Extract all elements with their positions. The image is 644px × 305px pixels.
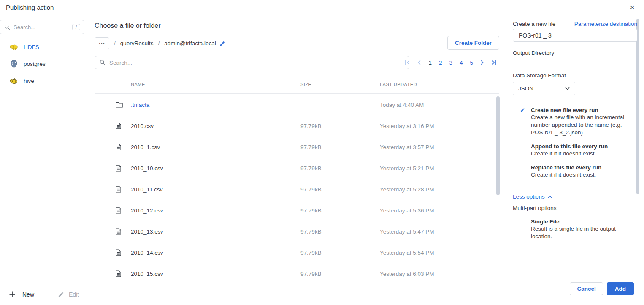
table-row[interactable]: 2010_12.csv97.79kBYesterday at 5:36 PM — [95, 200, 499, 221]
connection-list: HDFSpostgreshive — [0, 38, 92, 89]
breadcrumb-separator: / — [158, 40, 160, 46]
sidebar-search-input[interactable] — [14, 24, 69, 30]
connection-label: postgres — [24, 61, 46, 67]
filename-input[interactable] — [513, 29, 637, 42]
table-row[interactable]: 2010_11.csv97.79kBYesterday at 5:28 PM — [95, 179, 499, 200]
table-header: NAME SIZE LAST UPDATED — [95, 79, 499, 94]
file-search-input[interactable] — [109, 60, 404, 66]
table-row[interactable]: 2010_1.csv97.79kBYesterday at 3:57 PM — [95, 136, 499, 158]
file-name[interactable]: 2010.csv — [131, 123, 154, 129]
search-icon — [4, 24, 10, 30]
file-search[interactable] — [95, 56, 409, 69]
page-2[interactable]: 2 — [436, 59, 445, 67]
page-3[interactable]: 3 — [446, 59, 455, 67]
file-size: 97.79kB — [300, 271, 322, 277]
column-header-last-updated[interactable]: LAST UPDATED — [380, 82, 417, 87]
new-label: New — [22, 291, 34, 298]
table-row[interactable]: 2010_13.csv97.79kBYesterday at 5:47 PM — [95, 221, 499, 242]
last-page-icon[interactable] — [489, 59, 499, 66]
file-size: 97.79kB — [300, 250, 322, 256]
file-icon — [116, 207, 121, 214]
option-description: Create a new file with an incremental nu… — [531, 114, 637, 136]
option-replace-this-file-every-run[interactable]: Replace this file every runCreate it if … — [513, 164, 637, 179]
folder-icon — [116, 102, 123, 108]
file-last-updated: Yesterday at 6:03 PM — [380, 271, 434, 277]
breadcrumb: ••• / queryResults / admin@trifacta.loca… — [95, 37, 499, 49]
file-icon — [116, 270, 121, 277]
add-button[interactable]: Add — [607, 282, 634, 295]
chevron-up-icon — [548, 196, 552, 198]
column-header-size[interactable]: SIZE — [300, 82, 311, 87]
file-last-updated: Yesterday at 5:54 PM — [380, 250, 434, 256]
less-options-toggle[interactable]: Less options — [513, 193, 552, 200]
option-description: Create it if it doesn't exist. — [531, 150, 637, 158]
file-last-updated: Yesterday at 5:28 PM — [380, 186, 434, 193]
create-folder-button[interactable]: Create Folder — [447, 36, 499, 50]
sidebar-footer: New Edit — [9, 291, 79, 298]
file-last-updated: Today at 4:40 AM — [380, 102, 424, 108]
file-last-updated: Yesterday at 5:47 PM — [380, 229, 434, 235]
page-1: 1 — [426, 59, 434, 67]
table-scrollbar[interactable] — [496, 96, 500, 195]
sidebar-item-postgres[interactable]: postgres — [0, 55, 92, 72]
file-table: .trifactaToday at 4:40 AM2010.csv97.79kB… — [95, 94, 499, 279]
file-name[interactable]: .trifacta — [131, 102, 149, 108]
hadoop-elephant-icon — [10, 43, 18, 51]
pencil-icon — [58, 291, 64, 298]
breadcrumb-ellipsis-button[interactable]: ••• — [95, 37, 109, 49]
table-row[interactable]: 2010.csv97.79kBYesterday at 3:16 PM — [95, 115, 499, 136]
breadcrumb-segment[interactable]: admin@trifacta.local — [164, 40, 216, 46]
file-name[interactable]: 2010_11.csv — [131, 186, 163, 193]
sidebar-item-hive[interactable]: hive — [0, 72, 92, 89]
page-5[interactable]: 5 — [467, 59, 476, 67]
file-name[interactable]: 2010_14.csv — [131, 250, 163, 256]
file-name[interactable]: 2010_10.csv — [131, 165, 163, 172]
chevron-down-icon — [565, 87, 570, 90]
single-file-option[interactable]: Single File Result is a single file in t… — [531, 218, 628, 240]
cancel-button[interactable]: Cancel — [570, 282, 603, 295]
pagination: 12345 — [402, 56, 499, 69]
storage-format-select[interactable]: JSON — [513, 82, 575, 95]
file-last-updated: Yesterday at 3:16 PM — [380, 123, 434, 129]
file-icon — [116, 249, 121, 256]
page-4[interactable]: 4 — [457, 59, 465, 67]
file-last-updated: Yesterday at 5:36 PM — [380, 207, 434, 214]
column-header-name[interactable]: NAME — [131, 82, 145, 87]
new-connection-button[interactable]: New — [9, 291, 34, 298]
table-row[interactable]: 2010_15.csv97.79kBYesterday at 6:03 PM — [95, 263, 499, 279]
edit-connection-button[interactable]: Edit — [58, 291, 79, 298]
file-name[interactable]: 2010_13.csv — [131, 229, 163, 235]
option-create-new-file-every-run[interactable]: ✓Create new file every runCreate a new f… — [513, 107, 637, 136]
file-name[interactable]: 2010_15.csv — [131, 271, 163, 277]
file-size: 97.79kB — [300, 229, 322, 235]
file-icon — [116, 186, 121, 193]
breadcrumb-segment[interactable]: queryResults — [120, 40, 154, 46]
table-row[interactable]: .trifactaToday at 4:40 AM — [95, 94, 499, 115]
table-row[interactable]: 2010_14.csv97.79kBYesterday at 5:54 PM — [95, 242, 499, 263]
option-append-to-this-file-every-run[interactable]: Append to this file every runCreate it i… — [513, 143, 637, 158]
check-icon: ✓ — [520, 106, 525, 114]
parameterize-destination-link[interactable]: Parameterize destination — [574, 21, 637, 27]
file-size: 97.79kB — [300, 144, 322, 150]
file-name[interactable]: 2010_1.csv — [131, 144, 160, 150]
next-page-icon[interactable] — [478, 59, 487, 66]
previous-page-icon — [415, 59, 424, 66]
data-storage-format-label: Data Storage Format — [513, 72, 566, 79]
storage-format-value: JSON — [518, 85, 533, 92]
file-name[interactable]: 2010_12.csv — [131, 207, 163, 214]
write-options: ✓Create new file every runCreate a new f… — [513, 107, 637, 185]
hive-bee-icon — [10, 76, 18, 85]
option-description: Create it if it doesn't exist. — [531, 171, 637, 179]
sidebar-search[interactable]: / — [0, 20, 84, 34]
sidebar-item-hdfs[interactable]: HDFS — [0, 38, 92, 55]
file-size: 97.79kB — [300, 207, 322, 214]
main-heading: Choose a file or folder — [95, 22, 161, 30]
search-row: 12345 — [95, 56, 499, 69]
file-browser: Choose a file or folder ••• / queryResul… — [95, 0, 499, 305]
connection-label: HDFS — [24, 44, 39, 50]
edit-path-icon[interactable] — [219, 40, 226, 46]
search-icon — [100, 60, 106, 65]
file-icon — [116, 123, 121, 129]
table-row[interactable]: 2010_10.csv97.79kBYesterday at 5:21 PM — [95, 158, 499, 179]
postgres-elephant-icon — [10, 60, 18, 68]
